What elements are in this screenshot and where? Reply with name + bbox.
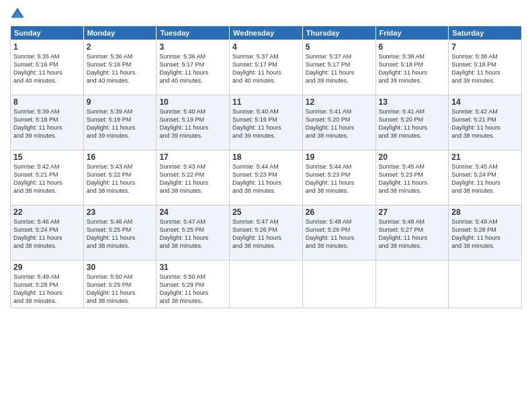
day-number: 30 xyxy=(87,263,154,272)
day-info: Sunrise: 5:48 AM Sunset: 5:26 PM Dayligh… xyxy=(306,218,373,250)
calendar-day-cell: 31Sunrise: 5:50 AM Sunset: 5:29 PM Dayli… xyxy=(157,261,230,308)
calendar-day-cell: 2Sunrise: 5:36 AM Sunset: 5:16 PM Daylig… xyxy=(83,40,157,95)
day-number: 21 xyxy=(451,152,519,162)
day-info: Sunrise: 5:49 AM Sunset: 5:28 PM Dayligh… xyxy=(13,273,81,306)
day-info: Sunrise: 5:47 AM Sunset: 5:25 PM Dayligh… xyxy=(159,218,226,250)
day-header-thursday: Thursday xyxy=(302,26,375,40)
day-info: Sunrise: 5:40 AM Sunset: 5:19 PM Dayligh… xyxy=(159,107,226,140)
day-info: Sunrise: 5:44 AM Sunset: 5:23 PM Dayligh… xyxy=(232,163,300,195)
day-number: 2 xyxy=(87,42,154,52)
day-number: 25 xyxy=(232,208,300,217)
day-number: 27 xyxy=(379,208,446,217)
day-info: Sunrise: 5:35 AM Sunset: 5:16 PM Dayligh… xyxy=(13,52,81,85)
day-number: 16 xyxy=(87,152,154,162)
calendar-day-cell: 17Sunrise: 5:43 AM Sunset: 5:22 PM Dayli… xyxy=(157,150,230,205)
calendar-day-cell: 10Sunrise: 5:40 AM Sunset: 5:19 PM Dayli… xyxy=(157,95,230,150)
calendar-day-cell: 26Sunrise: 5:48 AM Sunset: 5:26 PM Dayli… xyxy=(302,205,375,261)
calendar-day-cell: 4Sunrise: 5:37 AM Sunset: 5:17 PM Daylig… xyxy=(230,40,303,95)
day-number: 3 xyxy=(159,42,226,52)
calendar-day-cell: 23Sunrise: 5:46 AM Sunset: 5:25 PM Dayli… xyxy=(83,205,157,261)
day-info: Sunrise: 5:48 AM Sunset: 5:27 PM Dayligh… xyxy=(379,218,446,250)
day-number: 29 xyxy=(13,263,81,272)
logo-icon xyxy=(10,7,25,21)
calendar-day-cell: 24Sunrise: 5:47 AM Sunset: 5:25 PM Dayli… xyxy=(157,205,230,261)
day-number: 28 xyxy=(451,208,519,217)
calendar-day-cell: 29Sunrise: 5:49 AM Sunset: 5:28 PM Dayli… xyxy=(11,261,84,308)
day-info: Sunrise: 5:42 AM Sunset: 5:21 PM Dayligh… xyxy=(451,107,519,140)
calendar-day-cell: 8Sunrise: 5:39 AM Sunset: 5:18 PM Daylig… xyxy=(11,95,84,150)
day-number: 5 xyxy=(306,42,373,52)
calendar-header-row: SundayMondayTuesdayWednesdayThursdayFrid… xyxy=(11,26,522,40)
day-number: 20 xyxy=(379,152,446,162)
calendar-week-row: 8Sunrise: 5:39 AM Sunset: 5:18 PM Daylig… xyxy=(11,95,522,150)
day-info: Sunrise: 5:40 AM Sunset: 5:19 PM Dayligh… xyxy=(232,107,300,140)
calendar-day-cell: 12Sunrise: 5:41 AM Sunset: 5:20 PM Dayli… xyxy=(302,95,375,150)
day-number: 4 xyxy=(232,42,300,52)
day-header-wednesday: Wednesday xyxy=(230,26,303,40)
day-number: 15 xyxy=(13,152,81,162)
day-info: Sunrise: 5:36 AM Sunset: 5:17 PM Dayligh… xyxy=(159,52,226,85)
logo xyxy=(10,7,28,21)
calendar-week-row: 1Sunrise: 5:35 AM Sunset: 5:16 PM Daylig… xyxy=(11,40,522,95)
day-info: Sunrise: 5:43 AM Sunset: 5:22 PM Dayligh… xyxy=(87,163,154,195)
calendar-day-cell: 13Sunrise: 5:41 AM Sunset: 5:20 PM Dayli… xyxy=(375,95,449,150)
day-info: Sunrise: 5:46 AM Sunset: 5:24 PM Dayligh… xyxy=(13,218,81,250)
day-number: 8 xyxy=(13,97,81,107)
calendar-week-row: 22Sunrise: 5:46 AM Sunset: 5:24 PM Dayli… xyxy=(11,205,522,261)
calendar-day-cell: 22Sunrise: 5:46 AM Sunset: 5:24 PM Dayli… xyxy=(11,205,84,261)
day-info: Sunrise: 5:42 AM Sunset: 5:21 PM Dayligh… xyxy=(13,163,81,195)
day-info: Sunrise: 5:46 AM Sunset: 5:25 PM Dayligh… xyxy=(87,218,154,250)
day-info: Sunrise: 5:37 AM Sunset: 5:17 PM Dayligh… xyxy=(306,52,373,85)
calendar-day-cell: 21Sunrise: 5:45 AM Sunset: 5:24 PM Dayli… xyxy=(449,150,522,205)
day-number: 18 xyxy=(232,152,300,162)
day-number: 31 xyxy=(159,263,226,272)
day-number: 24 xyxy=(159,208,226,217)
header xyxy=(10,7,522,21)
calendar-day-cell: 6Sunrise: 5:38 AM Sunset: 5:18 PM Daylig… xyxy=(375,40,449,95)
calendar-day-cell: 16Sunrise: 5:43 AM Sunset: 5:22 PM Dayli… xyxy=(83,150,157,205)
calendar-day-cell xyxy=(449,261,522,308)
day-info: Sunrise: 5:45 AM Sunset: 5:24 PM Dayligh… xyxy=(451,163,519,195)
calendar-day-cell: 5Sunrise: 5:37 AM Sunset: 5:17 PM Daylig… xyxy=(302,40,375,95)
day-info: Sunrise: 5:41 AM Sunset: 5:20 PM Dayligh… xyxy=(306,107,373,140)
day-info: Sunrise: 5:41 AM Sunset: 5:20 PM Dayligh… xyxy=(379,107,446,140)
day-info: Sunrise: 5:38 AM Sunset: 5:18 PM Dayligh… xyxy=(379,52,446,85)
calendar-day-cell: 9Sunrise: 5:39 AM Sunset: 5:19 PM Daylig… xyxy=(83,95,157,150)
day-info: Sunrise: 5:50 AM Sunset: 5:29 PM Dayligh… xyxy=(159,273,226,306)
day-info: Sunrise: 5:43 AM Sunset: 5:22 PM Dayligh… xyxy=(159,163,226,195)
day-number: 13 xyxy=(379,97,446,107)
day-number: 22 xyxy=(13,208,81,217)
calendar-week-row: 29Sunrise: 5:49 AM Sunset: 5:28 PM Dayli… xyxy=(11,261,522,308)
day-info: Sunrise: 5:39 AM Sunset: 5:19 PM Dayligh… xyxy=(87,107,154,140)
day-number: 6 xyxy=(379,42,446,52)
day-info: Sunrise: 5:44 AM Sunset: 5:23 PM Dayligh… xyxy=(306,163,373,195)
calendar-day-cell: 18Sunrise: 5:44 AM Sunset: 5:23 PM Dayli… xyxy=(230,150,303,205)
calendar-day-cell xyxy=(230,261,303,308)
day-number: 1 xyxy=(13,42,81,52)
day-number: 26 xyxy=(306,208,373,217)
calendar-day-cell: 15Sunrise: 5:42 AM Sunset: 5:21 PM Dayli… xyxy=(11,150,84,205)
calendar-day-cell: 25Sunrise: 5:47 AM Sunset: 5:26 PM Dayli… xyxy=(230,205,303,261)
calendar-day-cell xyxy=(302,261,375,308)
day-info: Sunrise: 5:50 AM Sunset: 5:29 PM Dayligh… xyxy=(87,273,154,306)
day-number: 23 xyxy=(87,208,154,217)
day-number: 7 xyxy=(451,42,519,52)
calendar-day-cell: 14Sunrise: 5:42 AM Sunset: 5:21 PM Dayli… xyxy=(449,95,522,150)
calendar-day-cell: 3Sunrise: 5:36 AM Sunset: 5:17 PM Daylig… xyxy=(157,40,230,95)
day-info: Sunrise: 5:39 AM Sunset: 5:18 PM Dayligh… xyxy=(13,107,81,140)
day-info: Sunrise: 5:49 AM Sunset: 5:28 PM Dayligh… xyxy=(451,218,519,250)
day-info: Sunrise: 5:47 AM Sunset: 5:26 PM Dayligh… xyxy=(232,218,300,250)
day-number: 9 xyxy=(87,97,154,107)
calendar-day-cell: 20Sunrise: 5:45 AM Sunset: 5:23 PM Dayli… xyxy=(375,150,449,205)
day-number: 14 xyxy=(451,97,519,107)
calendar-day-cell: 28Sunrise: 5:49 AM Sunset: 5:28 PM Dayli… xyxy=(449,205,522,261)
day-header-friday: Friday xyxy=(375,26,449,40)
calendar-week-row: 15Sunrise: 5:42 AM Sunset: 5:21 PM Dayli… xyxy=(11,150,522,205)
day-number: 11 xyxy=(232,97,300,107)
page: SundayMondayTuesdayWednesdayThursdayFrid… xyxy=(0,0,532,411)
calendar-day-cell: 1Sunrise: 5:35 AM Sunset: 5:16 PM Daylig… xyxy=(11,40,84,95)
calendar-day-cell: 11Sunrise: 5:40 AM Sunset: 5:19 PM Dayli… xyxy=(230,95,303,150)
calendar-day-cell: 27Sunrise: 5:48 AM Sunset: 5:27 PM Dayli… xyxy=(375,205,449,261)
day-header-monday: Monday xyxy=(83,26,157,40)
day-info: Sunrise: 5:36 AM Sunset: 5:16 PM Dayligh… xyxy=(87,52,154,85)
